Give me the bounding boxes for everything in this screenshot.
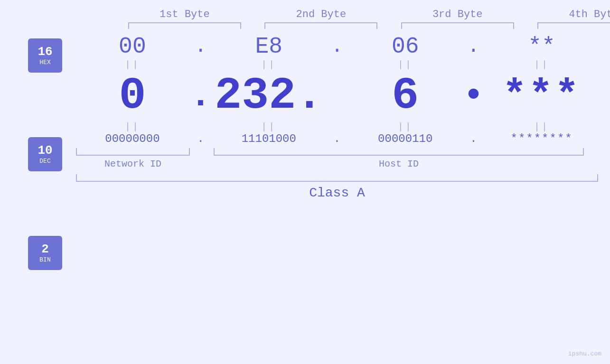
hex-badge-number: 16 bbox=[38, 45, 52, 59]
hex-dot1: . bbox=[189, 35, 213, 58]
byte3-header: 3rd Byte bbox=[401, 9, 514, 20]
hex-b3-wrapper: 06 bbox=[349, 34, 462, 59]
bin-b2: 11101000 bbox=[242, 132, 296, 145]
dec-b2: 232. bbox=[215, 70, 323, 121]
hex-b3: 06 bbox=[392, 34, 419, 59]
hex-b2-wrapper: E8 bbox=[212, 34, 325, 59]
class-label: Class A bbox=[76, 186, 598, 200]
bin-b3: 00000110 bbox=[378, 132, 432, 145]
hex-dot2: . bbox=[325, 35, 349, 58]
dec-b3: 6 bbox=[392, 70, 419, 121]
bracket-top-1 bbox=[128, 22, 241, 29]
dec-dot1: . bbox=[189, 76, 213, 116]
bracket-top-3 bbox=[401, 22, 514, 29]
data-section: 00 . E8 . 06 . ** bbox=[76, 34, 610, 200]
hex-b1: 00 bbox=[119, 34, 146, 59]
bin-b2-wrapper: 11101000 bbox=[212, 132, 325, 145]
outer-bracket bbox=[76, 174, 598, 182]
bin-dot1: . bbox=[189, 132, 213, 145]
hex-b4-wrapper: ** bbox=[485, 34, 598, 59]
byte4-header: 4th Byte bbox=[537, 9, 610, 20]
hex-b1-wrapper: 00 bbox=[76, 34, 189, 59]
bin-b3-wrapper: 00000110 bbox=[349, 132, 462, 145]
hex-row: 00 . E8 . 06 . ** bbox=[76, 34, 598, 59]
byte2-header: 2nd Byte bbox=[264, 9, 377, 20]
id-labels-row: Network ID Host ID bbox=[76, 159, 598, 169]
byte-headers-section: 1st Byte 2nd Byte 3rd Byte 4th Byte bbox=[0, 0, 610, 34]
dec-b1: 0 bbox=[119, 70, 146, 121]
bin-b4: ******** bbox=[510, 132, 572, 145]
content-area: 16 HEX 10 DEC 2 BIN 00 . bbox=[0, 34, 610, 275]
equals-row-2: || || || || bbox=[76, 121, 598, 132]
bin-dot2: . bbox=[325, 132, 349, 145]
bottom-brackets bbox=[76, 148, 598, 156]
dec-badge-label: DEC bbox=[39, 158, 50, 165]
byte1-header: 1st Byte bbox=[128, 9, 241, 20]
bin-b1: 00000000 bbox=[105, 132, 160, 145]
bracket-top-2 bbox=[264, 22, 377, 29]
dec-badge: 10 DEC bbox=[28, 137, 62, 171]
bin-badge-label: BIN bbox=[39, 256, 50, 263]
dec-b4-wrapper: *** bbox=[485, 73, 598, 119]
bracket-top-4 bbox=[537, 22, 610, 29]
bin-badge: 2 BIN bbox=[28, 236, 62, 270]
hex-b4: ** bbox=[528, 34, 555, 59]
dec-badge-number: 10 bbox=[38, 144, 52, 158]
hex-badge: 16 HEX bbox=[28, 38, 62, 73]
bin-dot3: . bbox=[462, 132, 486, 145]
hex-badge-label: HEX bbox=[39, 59, 50, 66]
dec-b4: *** bbox=[503, 73, 581, 119]
outer-bracket-row bbox=[76, 174, 598, 182]
bracket-bottom-network bbox=[76, 148, 190, 156]
bin-badge-number: 2 bbox=[41, 243, 49, 256]
badges-column: 16 HEX 10 DEC 2 BIN bbox=[14, 34, 76, 275]
dec-b1-wrapper: 0 bbox=[76, 70, 189, 121]
dec-b3-wrapper: 6 bbox=[349, 70, 462, 121]
equals-row-1: || || || || bbox=[76, 59, 598, 70]
dec-b2-wrapper: 232. bbox=[212, 70, 325, 121]
page: 1st Byte 2nd Byte 3rd Byte 4th Byte 16 H… bbox=[0, 0, 610, 364]
host-id-label: Host ID bbox=[214, 159, 584, 169]
watermark: ipshu.com bbox=[568, 350, 601, 357]
dec-dot3: • bbox=[462, 76, 486, 116]
bin-row: 00000000 . 11101000 . 00000110 . bbox=[76, 132, 598, 145]
bin-b4-wrapper: ******** bbox=[485, 132, 598, 145]
hex-b2: E8 bbox=[255, 34, 283, 59]
bin-b1-wrapper: 00000000 bbox=[76, 132, 189, 145]
bracket-bottom-host bbox=[214, 148, 584, 156]
network-id-label: Network ID bbox=[76, 159, 190, 169]
dec-row: 0 . 232. 6 • *** bbox=[76, 70, 598, 121]
hex-dot3: . bbox=[462, 35, 486, 58]
